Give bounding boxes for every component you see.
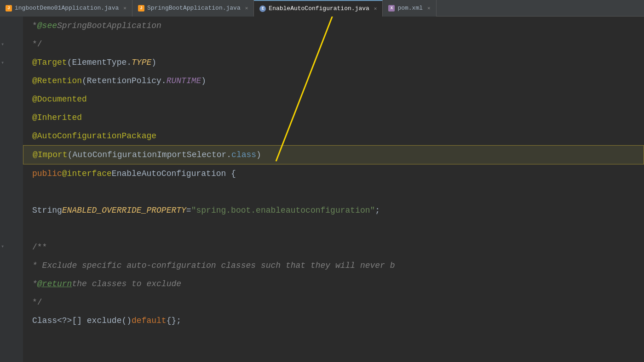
gutter-line — [0, 145, 23, 164]
fold-icon[interactable]: ▾ — [1, 41, 4, 48]
gutter-line — [0, 108, 23, 127]
gutter-line — [0, 311, 23, 329]
code-line: @AutoConfigurationPackage — [23, 127, 644, 145]
code-line: @Retention(RetentionPolicy.RUNTIME) — [23, 72, 644, 90]
tab-close-icon[interactable]: ✕ — [374, 6, 377, 11]
gutter-line — [0, 200, 23, 219]
code-line: Class<?>[] exclude() default {}; — [23, 311, 644, 330]
tab-close-icon[interactable]: ✕ — [245, 5, 248, 11]
gutter-line: ▾ — [0, 53, 23, 72]
code-line: */ — [23, 35, 644, 53]
code-line: * @return the classes to exclude — [23, 275, 644, 293]
code-line: public @interface EnableAutoConfiguratio… — [23, 164, 644, 183]
gutter-line: ▾ — [0, 35, 23, 53]
tab-label: SpringBootApplication.java — [147, 5, 241, 11]
tab-tab1[interactable]: JingbootDemo01Application.java✕ — [0, 0, 132, 17]
code-line: @Target(ElementType.TYPE) — [23, 53, 644, 72]
xml-icon: X — [388, 5, 395, 11]
gutter-line — [0, 127, 23, 145]
gutter-line — [0, 292, 23, 311]
app-window: JingbootDemo01Application.java✕JSpringBo… — [0, 0, 644, 362]
java-icon: J — [6, 5, 12, 11]
gutter-line: ▾ — [0, 237, 23, 255]
enable-icon: E — [259, 6, 266, 12]
gutter-line — [0, 72, 23, 90]
tab-tab3[interactable]: EEnableAutoConfiguration.java✕ — [254, 0, 383, 17]
code-line: @Documented — [23, 90, 644, 108]
gutter-line — [0, 274, 23, 292]
tab-bar: JingbootDemo01Application.java✕JSpringBo… — [0, 0, 644, 17]
tab-label: EnableAutoConfiguration.java — [269, 5, 369, 12]
code-lines: * @see SpringBootApplication */@Target(E… — [23, 17, 644, 330]
tab-close-icon[interactable]: ✕ — [123, 5, 126, 11]
gutter: ▾▾▾ — [0, 17, 23, 362]
fold-icon[interactable]: ▾ — [1, 243, 4, 250]
code-line: * Exclude specific auto-configuration cl… — [23, 256, 644, 275]
code-line — [23, 183, 644, 201]
gutter-line — [0, 90, 23, 108]
tab-label: pom.xml — [397, 5, 423, 11]
code-line — [23, 220, 644, 238]
tab-tab2[interactable]: JSpringBootApplication.java✕ — [132, 0, 254, 17]
fold-icon[interactable]: ▾ — [1, 59, 4, 66]
gutter-line — [0, 255, 23, 274]
gutter-line — [0, 182, 23, 200]
code-line: @Inherited — [23, 108, 644, 127]
code-line: /** — [23, 238, 644, 256]
tab-label: ingbootDemo01Application.java — [15, 5, 119, 11]
java-icon: J — [138, 5, 144, 11]
tab-tab4[interactable]: Xpom.xml✕ — [383, 0, 436, 17]
code-line: @Import(AutoConfigurationImportSelector.… — [23, 145, 644, 164]
tab-close-icon[interactable]: ✕ — [427, 5, 431, 11]
gutter-line — [0, 219, 23, 237]
code-line: String ENABLED_OVERRIDE_PROPERTY = "spri… — [23, 201, 644, 220]
code-content: * @see SpringBootApplication */@Target(E… — [23, 17, 644, 362]
code-line: * @see SpringBootApplication — [23, 17, 644, 35]
code-line: */ — [23, 293, 644, 311]
gutter-line — [0, 17, 23, 35]
editor-area: ▾▾▾ * @see SpringBootApplication */@Targ… — [0, 17, 644, 362]
gutter-line — [0, 164, 23, 182]
